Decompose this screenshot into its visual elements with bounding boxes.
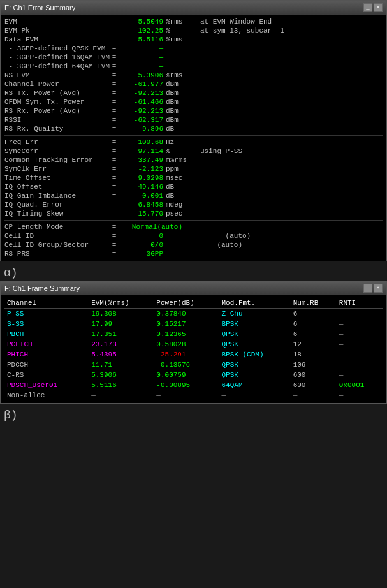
- row-label: CP Length Mode: [4, 223, 110, 232]
- power-value: 0.12365: [154, 329, 219, 339]
- error-summary-window: E: Ch1 Error Summary _ × EVM = 5.5049 %r…: [0, 0, 387, 261]
- row-label: - 3GPP-defined QPSK EVM: [4, 44, 110, 53]
- channel-name: S-SS: [4, 319, 89, 329]
- row-value: -61.466: [119, 98, 163, 107]
- row-label: RS PRS: [4, 249, 110, 258]
- channel-name: PBCH: [4, 329, 89, 339]
- col-evm: EVM(%rms): [89, 298, 154, 309]
- table-row: PBCH 17.351 0.12365 QPSK 6 —: [4, 329, 383, 339]
- table-row: IQ Offset = -49.146 dB: [4, 182, 383, 191]
- channel-name: C-RS: [4, 370, 89, 380]
- table-row: EVM Pk = 102.25 % at sym 13, subcar -1: [4, 26, 383, 35]
- power-value: —: [154, 390, 219, 401]
- col-numrb: Num.RB: [291, 298, 337, 309]
- table-row: PDCCH 11.71 -0.13576 QPSK 106 —: [4, 360, 383, 370]
- row-label: Cell ID: [4, 232, 110, 240]
- row-value: —: [119, 44, 163, 53]
- col-mod: Mod.Fmt.: [219, 298, 291, 309]
- evm-value: 17.351: [89, 329, 154, 339]
- mod-value: QPSK: [219, 360, 291, 370]
- row-value: -9.896: [119, 124, 163, 133]
- numrb-value: 6: [291, 309, 337, 320]
- row-value: 102.25: [119, 26, 163, 35]
- evm-value: 17.99: [89, 319, 154, 329]
- evm-value: 11.71: [89, 360, 154, 370]
- numrb-value: 600: [291, 370, 337, 380]
- error-summary-titlebar: E: Ch1 Error Summary _ ×: [1, 1, 386, 15]
- evm-value: 19.308: [89, 309, 154, 320]
- power-value: -25.291: [154, 349, 219, 360]
- row-label: EVM: [4, 17, 110, 26]
- frame-summary-titlebar: F: Ch1 Frame Summary _ ×: [1, 281, 386, 295]
- table-row: Non-alloc — — — — —: [4, 390, 383, 401]
- row-label: IQ Timing Skew: [4, 209, 110, 218]
- row-value: -0.001: [119, 191, 163, 200]
- row-value: -92.213: [119, 107, 163, 115]
- row-value: 100.68: [119, 138, 163, 147]
- row-value: -49.146: [119, 182, 163, 191]
- mod-value: BPSK: [219, 319, 291, 329]
- table-row: Cell ID Group/Sector = 0/0 (auto): [4, 240, 383, 249]
- table-row: Freq Err = 100.68 Hz: [4, 138, 383, 147]
- row-label: Data EVM: [4, 35, 110, 44]
- row-value: —: [119, 62, 163, 71]
- row-label: RS Tx. Power (Avg): [4, 89, 110, 98]
- power-value: 0.15217: [154, 319, 219, 329]
- row-value: —: [119, 53, 163, 62]
- table-row: - 3GPP-defined 16QAM EVM = —: [4, 53, 383, 62]
- channel-name: Non-alloc: [4, 390, 89, 401]
- row-value: 6.8458: [119, 200, 163, 209]
- row-label: Common Tracking Error: [4, 156, 110, 165]
- table-row: C-RS 5.3906 0.00759 QPSK 600 —: [4, 370, 383, 380]
- numrb-value: 6: [291, 329, 337, 339]
- channel-name: PDSCH_User01: [4, 380, 89, 390]
- titlebar-controls: _ ×: [363, 3, 383, 12]
- row-label: Channel Power: [4, 80, 110, 89]
- channel-name: P-SS: [4, 309, 89, 320]
- row-value: -61.977: [119, 80, 163, 89]
- channel-name: PCFICH: [4, 339, 89, 349]
- table-row: P-SS 19.308 0.37840 Z-Chu 6 —: [4, 309, 383, 320]
- table-row: Cell ID = 0 (auto): [4, 232, 383, 240]
- channel-name: PDCCH: [4, 360, 89, 370]
- evm-value: —: [89, 390, 154, 401]
- table-row: PDSCH_User01 5.5116 -0.00895 64QAM 600 0…: [4, 380, 383, 390]
- numrb-value: —: [291, 390, 337, 401]
- table-row: S-SS 17.99 0.15217 BPSK 6 —: [4, 319, 383, 329]
- row-value: 337.49: [119, 156, 163, 165]
- mod-value: —: [219, 390, 291, 401]
- alpha-label: α): [0, 263, 387, 281]
- row-label: RS Rx. Quality: [4, 124, 110, 133]
- evm-value: 5.3906: [89, 370, 154, 380]
- power-value: -0.13576: [154, 360, 219, 370]
- row-label: Freq Err: [4, 138, 110, 147]
- minimize-button[interactable]: _: [363, 3, 372, 12]
- close-button[interactable]: ×: [374, 3, 383, 12]
- rnti-value: —: [337, 319, 383, 329]
- close-button2[interactable]: ×: [374, 284, 383, 293]
- evm-value: 5.4395: [89, 349, 154, 360]
- table-row: PCFICH 23.173 0.58028 QPSK 12 —: [4, 339, 383, 349]
- row-label: - 3GPP-defined 64QAM EVM: [4, 62, 110, 71]
- frame-summary-title: F: Ch1 Frame Summary: [4, 284, 80, 292]
- col-power: Power(dB): [154, 298, 219, 309]
- row-value: Normal(auto): [119, 223, 182, 232]
- table-row: RS Rx. Quality = -9.896 dB: [4, 124, 383, 133]
- col-channel: Channel: [4, 298, 89, 309]
- mod-value: QPSK: [219, 370, 291, 380]
- row-value: -2.123: [119, 165, 163, 173]
- mod-value: BPSK (CDM): [219, 349, 291, 360]
- frame-summary-content: Channel EVM(%rms) Power(dB) Mod.Fmt. Num…: [1, 295, 386, 403]
- col-rnti: RNTI: [337, 298, 383, 309]
- table-row: RS Rx. Power (Avg) = -92.213 dBm: [4, 107, 383, 115]
- row-label: SymClk Err: [4, 165, 110, 173]
- table-row: SyncCorr = 97.114 % using P-SS: [4, 147, 383, 156]
- mod-value: Z-Chu: [219, 309, 291, 320]
- table-row: RS Tx. Power (Avg) = -92.213 dBm: [4, 89, 383, 98]
- minimize-button2[interactable]: _: [363, 284, 372, 293]
- table-row: OFDM Sym. Tx. Power = -61.466 dBm: [4, 98, 383, 107]
- row-value: 0: [119, 232, 163, 240]
- power-value: 0.37840: [154, 309, 219, 320]
- rnti-value: —: [337, 370, 383, 380]
- error-summary-title: E: Ch1 Error Summary: [4, 4, 75, 11]
